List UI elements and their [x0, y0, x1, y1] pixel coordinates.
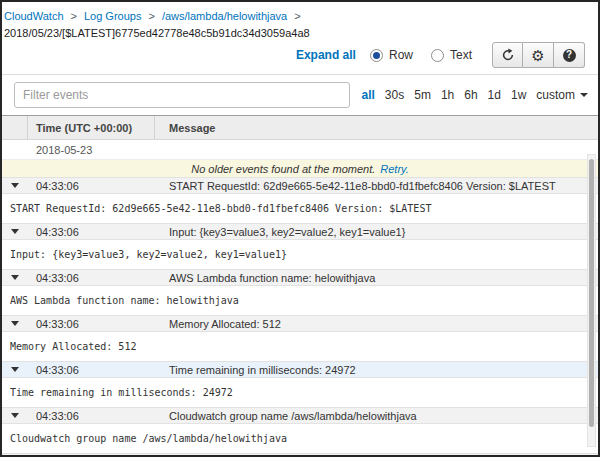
event-time: 04:33:06 [28, 180, 155, 192]
event-detail: AWS Lambda function name: helowithjava [2, 286, 598, 315]
caret-down-icon [11, 229, 19, 234]
event-detail: Cloudwatch group name /aws/lambda/helowi… [2, 424, 598, 453]
log-event-row[interactable]: 04:33:06Time remaining in milliseconds: … [2, 361, 598, 378]
log-stream-name: 2018/05/23/[$LATEST]6775ed42778e48c5b91d… [4, 27, 590, 39]
action-button-group: ⚙ ? [492, 42, 585, 68]
refresh-icon [501, 48, 515, 62]
log-event-row[interactable]: 04:33:06START RequestId: 62d9e665-5e42-1… [2, 177, 598, 194]
log-event-row[interactable]: 04:33:06Cloudwatch group name /aws/lambd… [2, 407, 598, 424]
event-message: Memory Allocated: 512 [155, 318, 598, 330]
expand-caret[interactable] [2, 183, 28, 188]
expand-caret[interactable] [2, 275, 28, 280]
event-list: 04:33:06START RequestId: 62d9e665-5e42-1… [2, 177, 598, 457]
event-time: 04:33:06 [28, 364, 155, 376]
refresh-button[interactable] [492, 42, 523, 68]
log-event-row[interactable]: 04:33:06Input: {key3=value3, key2=value2… [2, 223, 598, 240]
breadcrumb: CloudWatch>Log Groups>/aws/lambda/helowi… [4, 6, 590, 24]
event-message: AWS Lambda function name: helowithjava [155, 272, 598, 284]
caret-down-icon [11, 413, 19, 418]
caret-down-icon [11, 183, 19, 188]
view-mode-label: Row [389, 48, 413, 62]
message-column-header: Message [155, 116, 598, 139]
time-range-custom[interactable]: custom [536, 88, 588, 102]
cloudwatch-log-events-page: CloudWatch>Log Groups>/aws/lambda/helowi… [0, 0, 600, 457]
filter-bar: all30s5m1h6h1d1wcustom [2, 75, 598, 115]
event-time: 04:33:06 [28, 318, 155, 330]
time-range-1w[interactable]: 1w [511, 88, 526, 102]
event-detail: START RequestId: 62d9e665-5e42-11e8-bbd0… [2, 194, 598, 223]
breadcrumb-separator: > [148, 10, 154, 22]
event-detail: Memory Allocated: 512 [2, 332, 598, 361]
time-range-1h[interactable]: 1h [441, 88, 454, 102]
notice-text: No older events found at the moment. [191, 163, 375, 175]
event-message: Time remaining in milliseconds: 24972 [155, 364, 598, 376]
expand-caret[interactable] [2, 229, 28, 234]
no-older-events-notice: No older events found at the moment. Ret… [2, 160, 598, 177]
view-mode-text[interactable]: Text [431, 48, 472, 62]
time-range-1d[interactable]: 1d [488, 88, 501, 102]
settings-button[interactable]: ⚙ [523, 42, 554, 68]
log-event-row[interactable]: 04:33:06AWS Lambda function name: helowi… [2, 269, 598, 286]
chevron-down-icon [580, 93, 588, 97]
radio-row[interactable] [370, 49, 383, 62]
event-detail: Input: {key3=value3, key2=value2, key1=v… [2, 240, 598, 269]
breadcrumb-separator: > [294, 10, 300, 22]
time-column-header: Time (UTC +00:00) [28, 116, 155, 139]
retry-link[interactable]: Retry. [380, 163, 409, 175]
time-range-all[interactable]: all [362, 88, 375, 102]
gear-icon: ⚙ [531, 48, 544, 63]
expand-caret[interactable] [2, 413, 28, 418]
scrollbar-thumb[interactable] [589, 159, 594, 427]
view-controls: Expand all RowText ⚙ ? [2, 39, 598, 74]
event-time: 04:33:06 [28, 272, 155, 284]
view-mode-group: RowText [370, 48, 472, 62]
expand-caret[interactable] [2, 367, 28, 372]
event-message: Input: {key3=value3, key2=value2, key1=v… [155, 226, 598, 238]
caret-down-icon [11, 367, 19, 372]
time-range-selector: all30s5m1h6h1d1wcustom [362, 88, 588, 102]
time-range-30s[interactable]: 30s [385, 88, 404, 102]
breadcrumb-link[interactable]: /aws/lambda/helowithjava [162, 10, 287, 22]
vertical-scrollbar[interactable] [587, 154, 596, 447]
caret-column-header [2, 116, 28, 139]
expand-all-link[interactable]: Expand all [296, 48, 356, 62]
event-message: START RequestId: 62d9e665-5e42-11e8-bbd0… [155, 180, 598, 192]
custom-label: custom [536, 88, 575, 102]
time-range-6h[interactable]: 6h [464, 88, 477, 102]
expand-caret[interactable] [2, 321, 28, 326]
log-events-panel: all30s5m1h6h1d1wcustom Time (UTC +00:00)… [2, 74, 598, 457]
date-separator-row: 2018-05-23 [2, 140, 598, 160]
view-mode-label: Text [450, 48, 472, 62]
help-icon: ? [563, 49, 576, 62]
log-event-row[interactable]: 04:33:06Memory Allocated: 512 [2, 315, 598, 332]
event-message: Cloudwatch group name /aws/lambda/helowi… [155, 410, 598, 422]
breadcrumb-link[interactable]: CloudWatch [4, 10, 64, 22]
event-time: 04:33:06 [28, 226, 155, 238]
time-range-5m[interactable]: 5m [414, 88, 431, 102]
help-button[interactable]: ? [554, 42, 585, 68]
filter-events-input[interactable] [14, 82, 350, 108]
breadcrumb-separator: > [71, 10, 77, 22]
event-time: 04:33:06 [28, 410, 155, 422]
log-event-row[interactable]: 04:33:06AWS Lambda Request Id 62d9e665-5… [2, 453, 598, 457]
caret-down-icon [11, 275, 19, 280]
event-detail: Time remaining in milliseconds: 24972 [2, 378, 598, 407]
radio-text[interactable] [431, 49, 444, 62]
view-mode-row[interactable]: Row [370, 48, 413, 62]
table-header: Time (UTC +00:00) Message [2, 115, 598, 140]
caret-down-icon [11, 321, 19, 326]
topbar: CloudWatch>Log Groups>/aws/lambda/helowi… [2, 2, 598, 39]
breadcrumb-link[interactable]: Log Groups [84, 10, 141, 22]
